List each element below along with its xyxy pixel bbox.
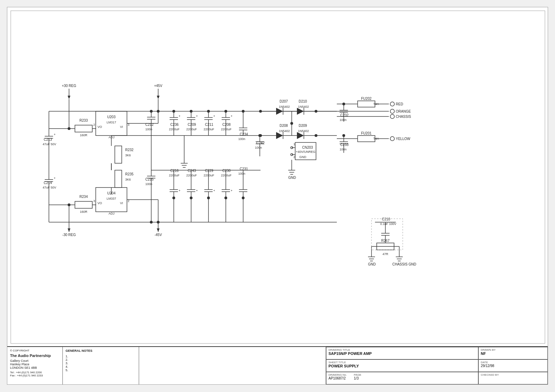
svg-text:100n: 100n [238,137,245,141]
svg-text:U203: U203 [107,115,116,119]
date-cell: DATE 29/12/98 [478,359,548,372]
svg-text:2200uF: 2200uF [221,128,232,131]
address1: Gallery Court [10,359,60,363]
svg-text:C232: C232 [340,113,349,117]
svg-text:0.1uF 100V: 0.1uF 100V [380,222,396,226]
drawing-title-cell: DRAWING TITLE SAP15N/P POWER AMP [326,347,478,359]
svg-text:CN203: CN203 [302,146,313,149]
date-value: 29/12/98 [481,364,545,368]
svg-point-181 [68,127,70,130]
svg-point-94 [172,110,175,113]
drawn-by-label: DRAWN BY [481,348,545,351]
svg-point-276 [342,103,345,105]
svg-text:C208: C208 [222,123,231,127]
copyright-section: © COPYRIGHT The Audio Partnership Galler… [7,347,63,384]
drawing-title: SAP15N/P POWER AMP [328,351,476,356]
svg-marker-203 [276,108,283,115]
svg-text:CHASSIS: CHASSIS [396,115,411,119]
svg-text:D207: D207 [280,99,288,103]
svg-point-231 [315,134,317,137]
svg-point-255 [390,102,394,106]
svg-text:100n: 100n [255,146,262,149]
svg-rect-40 [115,170,122,188]
svg-text:D209: D209 [299,124,307,128]
svg-text:LM337: LM337 [106,197,116,200]
copyright-text: © COPYRIGHT [10,349,60,352]
svg-text:CHASSIS GND: CHASSIS GND [392,262,416,266]
svg-text:C230: C230 [222,169,231,173]
title-info-grid: DRAWING TITLE SAP15N/P POWER AMP DRAWN B… [326,347,548,384]
address3: LONDON SE1 4BB [10,366,60,369]
svg-text:-45V: -45V [154,233,162,237]
svg-text:+: + [54,133,56,136]
page-value: 1/3 [354,376,361,380]
date-label: DATE [481,361,545,364]
svg-text:R233: R233 [79,119,88,122]
svg-text:160R: 160R [80,210,87,214]
svg-text:+: + [196,189,198,192]
svg-point-283 [342,134,345,137]
svg-text:2200uF: 2200uF [186,174,197,177]
svg-text:+: + [213,189,215,192]
svg-text:VO: VO [97,201,102,205]
svg-text:2200uF: 2200uF [169,128,180,131]
svg-text:C211: C211 [205,123,213,127]
svg-point-261 [390,114,394,119]
svg-text:D208: D208 [280,124,288,128]
sheet-title: POWER SUPPLY [328,364,476,368]
svg-text:+: + [179,189,180,192]
general-notes-label: GENERAL NOTES [66,349,136,352]
svg-rect-0 [11,11,545,343]
svg-text:+45V: +45V [154,84,162,88]
svg-text:2200uF: 2200uF [204,128,214,131]
svg-text:D210: D210 [299,99,307,103]
svg-text:C243: C243 [188,169,196,173]
svg-marker-221 [297,132,304,139]
svg-text:GND: GND [368,262,376,266]
svg-point-110 [207,110,210,113]
svg-text:ADJ: ADJ [109,212,114,215]
svg-marker-209 [297,108,304,115]
svg-text:R235: R235 [125,172,134,176]
svg-text:1: 1 [293,142,295,146]
svg-text:1N5402: 1N5402 [298,105,309,108]
svg-text:2200uF: 2200uF [169,174,180,177]
svg-text:1N5402: 1N5402 [298,129,309,133]
svg-text:2: 2 [293,155,295,159]
checked-by-cell: CHECKED BY [478,372,548,384]
company-name: The Audio Partnership [10,354,60,358]
svg-text:3K6: 3K6 [125,178,131,181]
svg-point-225 [259,110,262,113]
svg-text:C210: C210 [382,217,390,221]
svg-text:LM317: LM317 [106,121,116,124]
checked-by-label: CHECKED BY [481,373,545,376]
sheet-title-cell: SHEET TITLE POWER SUPPLY [326,359,478,372]
svg-rect-35 [115,146,122,163]
svg-text:C229: C229 [205,169,213,173]
svg-marker-3 [68,96,70,99]
svg-point-258 [390,109,394,113]
svg-text:RED: RED [396,102,403,106]
svg-text:100n: 100n [340,148,347,151]
svg-point-118 [224,110,227,113]
svg-point-244 [290,122,293,125]
svg-text:1N5402: 1N5402 [279,129,290,133]
svg-text:+: + [231,189,232,192]
sheet-title-label: SHEET TITLE [328,361,476,364]
drawn-by-cell: DRAWN BY NF [478,347,548,359]
svg-text:47R: 47R [383,252,388,256]
title-block: © COPYRIGHT The Audio Partnership Galler… [7,346,548,384]
svg-text:R232: R232 [125,148,134,152]
svg-text:+30 REG: +30 REG [62,84,76,88]
svg-text:2200uF: 2200uF [186,128,197,131]
svg-text:C216: C216 [170,169,179,173]
svg-point-230 [315,110,317,113]
drawn-by: NF [481,351,545,356]
svg-point-227 [259,134,262,137]
svg-marker-199 [157,228,160,232]
note-5: 5. [66,368,136,372]
svg-text:+40V/UNREG: +40V/UNREG [296,150,315,154]
main-container: +30 REG +45V U203 LM317 VO VI 2 3 ADJ U2… [7,7,548,385]
svg-text:FU202: FU202 [361,97,372,101]
drawing-title-label: DRAWING TITLE [328,348,476,351]
